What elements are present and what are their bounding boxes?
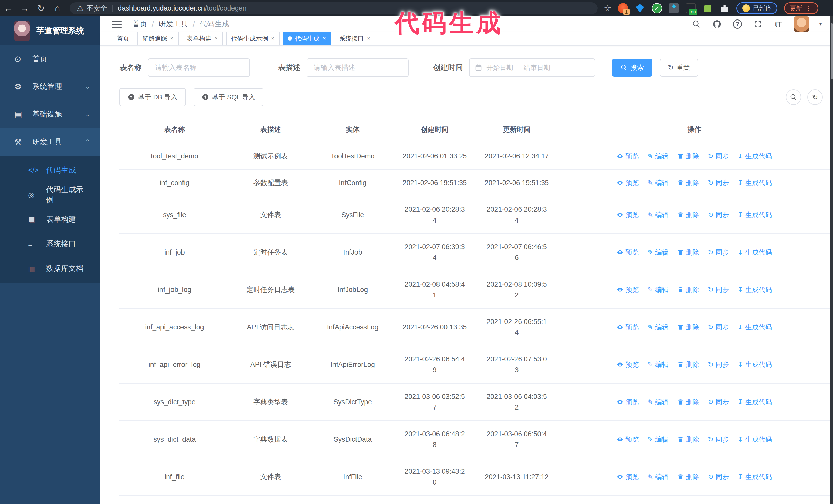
table-name-input[interactable] [148,58,250,77]
sync-link[interactable]: ↻ 同步 [708,284,729,295]
refresh-table-button[interactable]: ↻ [807,90,823,105]
close-icon[interactable]: × [170,35,173,42]
table-desc-input[interactable] [307,58,408,77]
extension-icon[interactable]: 1 [618,3,628,13]
start-date-placeholder[interactable]: 开始日期 [486,63,513,72]
delete-link[interactable]: 删除 [677,359,699,370]
generate-code-link[interactable]: ↧ 生成代码 [738,247,772,258]
preview-link[interactable]: 预览 [617,177,639,188]
github-icon[interactable] [712,19,722,29]
breadcrumb-home[interactable]: 首页 [132,19,147,29]
sidebar-item-system[interactable]: ⚙ 系统管理 ⌄ [0,73,100,100]
tab-home[interactable]: 首页 [112,32,134,45]
extension-gem-icon[interactable] [635,3,645,13]
forward-icon[interactable]: → [17,3,33,13]
edit-link[interactable]: ✎ 编辑 [647,322,668,333]
sidebar-item-devtools[interactable]: ⚒ 研发工具 ⌃ [0,128,100,156]
sync-link[interactable]: ↻ 同步 [708,434,729,445]
reload-icon[interactable]: ↻ [33,3,49,13]
caret-down-icon[interactable]: ▾ [819,21,822,27]
generate-code-link[interactable]: ↧ 生成代码 [738,210,772,220]
sync-link[interactable]: ↻ 同步 [708,359,729,370]
preview-link[interactable]: 预览 [617,151,639,162]
edit-link[interactable]: ✎ 编辑 [647,247,668,258]
delete-link[interactable]: 删除 [677,434,699,445]
sidebar-item-infra[interactable]: ▤ 基础设施 ⌄ [0,100,100,128]
generate-code-link[interactable]: ↧ 生成代码 [738,177,772,188]
extension-check-icon[interactable] [652,3,662,13]
generate-code-link[interactable]: ↧ 生成代码 [738,472,772,482]
tab-codegen-example[interactable]: 代码生成示例× [226,32,280,45]
sidebar-item-form-builder[interactable]: ▦ 表单构建 [0,207,100,232]
preview-link[interactable]: 预览 [617,434,639,445]
preview-link[interactable]: 预览 [617,472,639,482]
tab-codegen[interactable]: 代码生成× [283,32,331,45]
end-date-placeholder[interactable]: 结束日期 [524,63,550,72]
reset-button[interactable]: ↻ 重置 [660,59,698,77]
generate-code-link[interactable]: ↧ 生成代码 [738,434,772,445]
sync-link[interactable]: ↻ 同步 [708,151,729,162]
generate-code-link[interactable]: ↧ 生成代码 [738,284,772,295]
delete-link[interactable]: 删除 [677,397,699,407]
date-range-picker[interactable]: 开始日期 - 结束日期 [469,58,595,77]
bookmark-star-icon[interactable]: ☆ [604,3,611,13]
sidebar-item-system-api[interactable]: ≡ 系统接口 [0,232,100,256]
edit-link[interactable]: ✎ 编辑 [647,359,668,370]
menu-fold-icon[interactable] [112,19,122,30]
user-avatar[interactable] [794,17,809,32]
edit-link[interactable]: ✎ 编辑 [647,397,668,407]
help-icon[interactable]: ? [732,19,742,29]
browser-scrollbar[interactable] [830,17,833,504]
preview-link[interactable]: 预览 [617,359,639,370]
address-bar[interactable]: ⚠ 不安全 dashboard.yudao.iocoder.cn/tool/co… [70,2,598,14]
sync-link[interactable]: ↻ 同步 [708,397,729,407]
extension-on-icon[interactable] [686,3,696,13]
generate-code-link[interactable]: ↧ 生成代码 [738,151,772,162]
sync-link[interactable]: ↻ 同步 [708,472,729,482]
import-db-button[interactable]: 基于 DB 导入 [119,88,186,106]
generate-code-link[interactable]: ↧ 生成代码 [738,359,772,370]
app-logo[interactable]: 芋道管理系统 [0,17,100,45]
edit-link[interactable]: ✎ 编辑 [647,177,668,188]
toggle-search-button[interactable] [786,90,801,105]
edit-link[interactable]: ✎ 编辑 [647,472,668,482]
sidebar-item-codegen[interactable]: </> 代码生成 [0,158,100,183]
font-size-icon[interactable]: tT [773,19,784,29]
edit-link[interactable]: ✎ 编辑 [647,284,668,295]
sync-link[interactable]: ↻ 同步 [708,177,729,188]
close-icon[interactable]: × [271,35,275,42]
edit-link[interactable]: ✎ 编辑 [647,151,668,162]
breadcrumb-devtools[interactable]: 研发工具 [159,19,188,29]
preview-link[interactable]: 预览 [617,284,639,295]
back-icon[interactable]: ← [0,3,17,13]
preview-link[interactable]: 预览 [617,322,639,333]
tab-form-builder[interactable]: 表单构建× [182,32,223,45]
extension-robot-icon[interactable] [703,3,713,13]
preview-link[interactable]: 预览 [617,210,639,220]
fullscreen-icon[interactable] [753,19,763,29]
generate-code-link[interactable]: ↧ 生成代码 [738,322,772,333]
sync-link[interactable]: ↻ 同步 [708,210,729,220]
delete-link[interactable]: 删除 [677,210,699,220]
delete-link[interactable]: 删除 [677,472,699,482]
preview-link[interactable]: 预览 [617,397,639,407]
close-icon[interactable]: × [367,35,370,42]
edit-link[interactable]: ✎ 编辑 [647,210,668,220]
sidebar-item-home[interactable]: ⊙ 首页 [0,45,100,73]
sync-link[interactable]: ↻ 同步 [708,247,729,258]
delete-link[interactable]: 删除 [677,247,699,258]
tab-system-api[interactable]: 系统接口× [334,32,375,45]
generate-code-link[interactable]: ↧ 生成代码 [738,397,772,407]
search-icon[interactable] [691,19,701,29]
search-button[interactable]: 搜索 [612,59,652,77]
delete-link[interactable]: 删除 [677,177,699,188]
update-badge[interactable]: 更新 ⋮ [784,2,818,14]
scrollbar-thumb[interactable] [831,23,833,79]
edit-link[interactable]: ✎ 编辑 [647,434,668,445]
home-icon[interactable]: ⌂ [49,3,66,13]
delete-link[interactable]: 删除 [677,151,699,162]
tab-trace[interactable]: 链路追踪× [137,32,178,45]
extension-grid-icon[interactable] [669,3,679,13]
sidebar-item-codegen-example[interactable]: ◎ 代码生成示例 [0,183,100,207]
paused-badge[interactable]: 已暂停 [736,2,777,14]
